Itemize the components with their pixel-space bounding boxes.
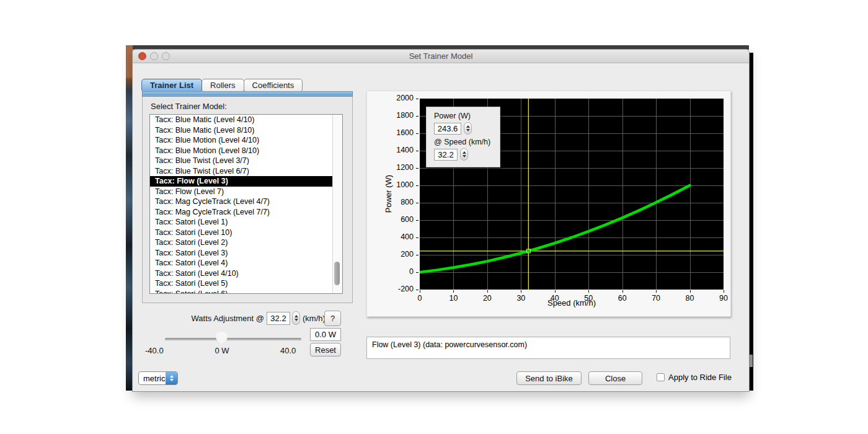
list-item[interactable]: Tacx: Blue Twist (Level 3/7) [150, 156, 333, 166]
y-tick-label: 800 [388, 198, 414, 206]
y-tick-mark [416, 290, 418, 290]
y-tick-mark [416, 272, 418, 273]
stepper-up-icon[interactable] [463, 151, 466, 154]
tab-coefficients[interactable]: Coefficients [244, 79, 303, 92]
list-item[interactable]: Tacx: Satori (Level 4) [150, 258, 333, 268]
x-tick-label: 60 [610, 294, 635, 303]
y-tick-label: -200 [388, 285, 414, 293]
tab-trainer-list[interactable]: Trainer List [141, 79, 202, 92]
list-item[interactable]: Tacx: Mag CycleTrack (Level 4/7) [150, 197, 333, 207]
list-item[interactable]: Tacx: Satori (Level 3) [150, 248, 333, 259]
watts-adjustment-slider-track[interactable] [165, 338, 301, 340]
list-item[interactable]: Tacx: Blue Twist (Level 6/7) [150, 166, 333, 177]
stepper-down-icon[interactable] [294, 319, 298, 321]
x-tick-mark [555, 290, 556, 293]
x-tick-label: 10 [441, 294, 466, 303]
y-tick-label: 0 [388, 267, 414, 276]
x-tick-mark [453, 290, 454, 293]
trainer-list-items: Tacx: Blue Matic (Level 4/10)Tacx: Blue … [150, 115, 333, 293]
watts-adjustment-slider-thumb[interactable] [216, 332, 228, 344]
x-tick-label: 90 [711, 294, 736, 303]
y-axis-label: Power (W) [384, 169, 393, 219]
titlebar[interactable]: Set Trainer Model [133, 50, 749, 63]
list-item[interactable]: Tacx: Blue Motion (Level 4/10) [150, 135, 333, 146]
trainer-description-field[interactable]: Flow (Level 3) (data: powercurvesensor.c… [366, 337, 730, 359]
apply-to-ride-file-label: Apply to Ride File [668, 373, 732, 382]
x-tick-mark [588, 290, 589, 293]
watts-adjustment-unit-label: (km/h) [303, 314, 326, 323]
list-item[interactable]: Tacx: Blue Matic (Level 8/10) [150, 125, 333, 136]
x-tick-label: 50 [576, 294, 601, 303]
power-readout-stepper[interactable] [464, 122, 472, 135]
reset-button[interactable]: Reset [310, 343, 341, 356]
y-tick-mark [416, 237, 418, 238]
y-tick-mark [416, 99, 418, 99]
speed-readout-stepper[interactable] [460, 148, 468, 161]
x-tick-mark [656, 290, 657, 293]
x-tick-label: 30 [508, 294, 533, 303]
units-dropdown[interactable]: metric [138, 371, 178, 385]
list-scrollbar[interactable] [332, 115, 342, 293]
list-item[interactable]: Tacx: Blue Motion (Level 8/10) [150, 146, 333, 156]
stepper-up-icon[interactable] [294, 315, 298, 317]
y-tick-mark [416, 168, 418, 169]
list-item[interactable]: Tacx: Mag CycleTrack (Level 7/7) [150, 207, 333, 218]
speed-readout-input[interactable]: 32.2 [434, 149, 458, 161]
list-item[interactable]: Tacx: Flow (Level 7) [150, 187, 333, 197]
watts-adjustment-label: Watts Adjustment @ [168, 314, 264, 323]
y-tick-label: 400 [388, 232, 414, 241]
x-tick-label: 80 [678, 294, 702, 303]
y-tick-mark [416, 203, 418, 203]
apply-to-ride-file-checkbox[interactable] [657, 373, 665, 381]
tab-bar: Trainer List Rollers Coefficients [142, 79, 303, 92]
watts-adjustment-speed-stepper[interactable] [292, 311, 300, 325]
y-tick-label: 1000 [388, 180, 414, 189]
x-tick-label: 0 [407, 294, 432, 303]
x-tick-mark [487, 290, 488, 293]
x-tick-mark [724, 290, 724, 293]
y-tick-mark [416, 185, 418, 186]
screen: Set Trainer Model Trainer List Rollers C… [0, 0, 868, 434]
y-tick-label: 1800 [388, 111, 414, 120]
list-item[interactable]: Tacx: Blue Matic (Level 4/10) [150, 115, 333, 125]
x-tick-label: 70 [644, 294, 668, 303]
slider-min-label: -40.0 [145, 346, 176, 355]
y-tick-label: 200 [388, 250, 414, 259]
list-item[interactable]: Tacx: Satori (Level 5) [150, 278, 333, 289]
select-trainer-model-label: Select Trainer Model: [151, 102, 227, 111]
list-item[interactable]: Tacx: Flow (Level 3) [150, 176, 333, 187]
tab-rollers[interactable]: Rollers [202, 79, 244, 92]
watts-adjustment-value-field: 0.0 W [310, 328, 341, 341]
list-item[interactable]: Tacx: Satori (Level 2) [150, 237, 333, 248]
close-button[interactable]: Close [588, 371, 642, 385]
stepper-up-icon[interactable] [466, 125, 470, 128]
x-tick-label: 40 [542, 294, 567, 303]
y-tick-label: 1600 [388, 128, 414, 137]
send-to-ibike-button[interactable]: Send to iBike [516, 371, 582, 385]
watts-adjustment-speed-input[interactable]: 32.2 [267, 312, 290, 325]
power-speed-readout-panel: Power (W) 243.6 @ Speed (km/h) 32.2 [426, 107, 500, 167]
speed-readout-label: @ Speed (km/h) [434, 138, 500, 146]
tab-panel-accent-bar [142, 91, 353, 97]
units-dropdown-value: metric [139, 374, 166, 383]
y-tick-mark [416, 116, 418, 117]
power-readout-label: Power (W) [434, 112, 500, 120]
y-tick-label: 1400 [388, 146, 414, 154]
slider-max-label: 40.0 [280, 346, 305, 355]
set-trainer-model-dialog: Set Trainer Model Trainer List Rollers C… [132, 49, 750, 392]
dropdown-arrows-icon [166, 372, 177, 384]
power-readout-input[interactable]: 243.6 [434, 123, 461, 135]
y-tick-label: 1200 [388, 163, 414, 172]
stepper-down-icon[interactable] [466, 129, 470, 131]
x-tick-mark [521, 290, 521, 293]
list-item[interactable]: Tacx: Satori (Level 4/10) [150, 268, 333, 279]
list-item[interactable]: Tacx: Satori (Level 6) [150, 289, 333, 294]
x-tick-mark [622, 290, 623, 293]
y-tick-label: 600 [388, 215, 414, 224]
stepper-down-icon[interactable] [463, 155, 466, 157]
list-item[interactable]: Tacx: Satori (Level 1) [150, 217, 333, 228]
list-item[interactable]: Tacx: Satori (Level 10) [150, 228, 333, 238]
help-button[interactable]: ? [324, 311, 341, 326]
x-tick-mark [690, 290, 691, 293]
list-scrollbar-thumb[interactable] [334, 262, 340, 285]
